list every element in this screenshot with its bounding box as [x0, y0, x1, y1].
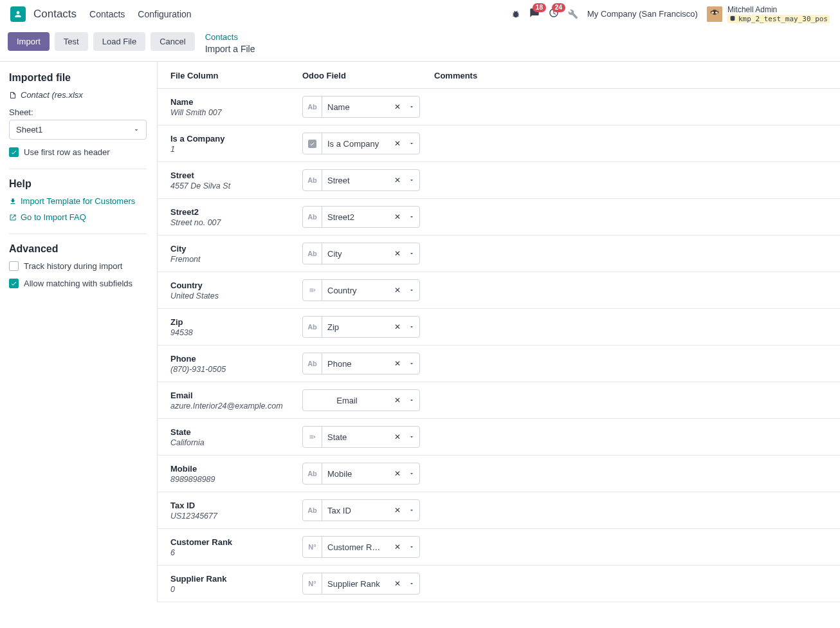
clear-field-icon[interactable]: ✕: [391, 579, 404, 588]
caret-down-icon[interactable]: [404, 397, 419, 403]
external-link-icon: [9, 214, 17, 221]
mapping-row: Tax ID US12345677 Ab Tax ID ✕: [158, 492, 840, 529]
odoo-field-label: Phone: [322, 359, 391, 369]
caret-down-icon[interactable]: [404, 470, 419, 477]
load-file-button[interactable]: Load File: [93, 32, 145, 51]
odoo-field-label: Email: [303, 396, 391, 405]
clear-field-icon[interactable]: ✕: [391, 139, 404, 148]
user-menu[interactable]: Mitchell Admin kmp_2_test_may_30_pos: [707, 5, 830, 23]
odoo-field-label: State: [322, 432, 391, 442]
odoo-field-label: Zip: [322, 322, 391, 332]
mapping-table-header: File Column Odoo Field Comments: [158, 62, 840, 89]
company-selector[interactable]: My Company (San Francisco): [587, 9, 698, 19]
file-column-sample: Fremont: [170, 255, 302, 264]
odoo-field-select[interactable]: N° Supplier Rank ✕: [302, 573, 420, 595]
odoo-field-select[interactable]: Ab Street2 ✕: [302, 206, 420, 228]
clear-field-icon[interactable]: ✕: [391, 432, 404, 441]
cancel-button[interactable]: Cancel: [151, 32, 194, 51]
breadcrumb-parent[interactable]: Contacts: [205, 32, 255, 43]
messages-icon[interactable]: 18: [529, 8, 540, 20]
breadcrumb-current: Import a File: [205, 43, 255, 55]
clear-field-icon[interactable]: ✕: [391, 469, 404, 478]
debug-icon[interactable]: [511, 10, 520, 19]
odoo-field-select[interactable]: Ab Phone ✕: [302, 353, 420, 374]
clear-field-icon[interactable]: ✕: [391, 322, 404, 331]
mapping-row: Is a Company 1 Is a Company ✕: [158, 125, 840, 162]
test-button[interactable]: Test: [55, 32, 88, 51]
import-button[interactable]: Import: [8, 32, 50, 51]
caret-down-icon[interactable]: [404, 544, 419, 550]
file-column-name: Phone: [170, 354, 302, 364]
file-column-sample: Street no. 007: [170, 218, 302, 227]
clear-field-icon[interactable]: ✕: [391, 212, 404, 221]
file-column-name: Supplier Rank: [170, 574, 302, 584]
clear-field-icon[interactable]: ✕: [391, 359, 404, 368]
file-column-name: Country: [170, 281, 302, 290]
odoo-field-label: Is a Company: [322, 139, 391, 149]
caret-down-icon[interactable]: [404, 360, 419, 367]
odoo-field-select[interactable]: Ab Name ✕: [302, 96, 420, 118]
odoo-field-select[interactable]: Email ✕: [302, 389, 420, 411]
app-icon[interactable]: [10, 6, 26, 22]
import-faq-link[interactable]: Go to Import FAQ: [9, 212, 147, 222]
odoo-field-select[interactable]: Is a Company ✕: [302, 133, 420, 154]
mapping-row: Street 4557 De Silva St Ab Street ✕: [158, 162, 840, 199]
caret-down-icon[interactable]: [404, 287, 419, 293]
file-column-sample: 0: [170, 585, 302, 594]
odoo-field-select[interactable]: State ✕: [302, 426, 420, 448]
allow-subfields-checkbox[interactable]: Allow matching with subfields: [9, 279, 147, 288]
file-column-name: Customer Rank: [170, 537, 302, 547]
odoo-field-select[interactable]: Ab Tax ID ✕: [302, 499, 420, 521]
svg-rect-3: [711, 12, 714, 14]
caret-down-icon[interactable]: [404, 104, 419, 110]
main-panel: File Column Odoo Field Comments Name Wil…: [158, 62, 840, 602]
odoo-field-label: Customer R…: [322, 542, 391, 552]
track-history-checkbox[interactable]: Track history during import: [9, 261, 147, 271]
clear-field-icon[interactable]: ✕: [391, 506, 404, 515]
clear-field-icon[interactable]: ✕: [391, 176, 404, 185]
odoo-field-label: Street: [322, 176, 391, 185]
clear-field-icon[interactable]: ✕: [391, 396, 404, 405]
odoo-field-select[interactable]: N° Customer R… ✕: [302, 536, 420, 558]
odoo-field-label: Tax ID: [322, 506, 391, 515]
imported-filename: Contact (res.xlsx: [21, 90, 83, 100]
nav-contacts[interactable]: Contacts: [89, 9, 125, 19]
clear-field-icon[interactable]: ✕: [391, 286, 404, 295]
odoo-field-select[interactable]: Country ✕: [302, 279, 420, 301]
app-title: Contacts: [33, 8, 77, 21]
caret-down-icon[interactable]: [404, 324, 419, 330]
activities-icon[interactable]: 24: [549, 8, 559, 20]
file-column-name: Email: [170, 391, 302, 400]
clear-field-icon[interactable]: ✕: [391, 542, 404, 551]
caret-down-icon[interactable]: [404, 214, 419, 220]
file-column-name: Mobile: [170, 464, 302, 474]
odoo-field-select[interactable]: Ab Mobile ✕: [302, 463, 420, 485]
sheet-select[interactable]: Sheet1: [9, 120, 147, 140]
advanced-heading: Advanced: [9, 243, 147, 255]
mapping-row: Customer Rank 6 N° Customer R… ✕: [158, 529, 840, 566]
clear-field-icon[interactable]: ✕: [391, 249, 404, 258]
caret-down-icon[interactable]: [404, 250, 419, 257]
file-column-name: Zip: [170, 317, 302, 327]
caret-down-icon[interactable]: [404, 177, 419, 183]
col-file-header: File Column: [170, 71, 302, 80]
messages-badge: 18: [533, 3, 546, 12]
odoo-field-select[interactable]: Ab Zip ✕: [302, 316, 420, 338]
help-heading: Help: [9, 178, 147, 190]
nav-configuration[interactable]: Configuration: [138, 9, 191, 19]
odoo-field-select[interactable]: Ab City ✕: [302, 243, 420, 264]
sheet-label: Sheet:: [9, 107, 147, 117]
file-column-sample: US12345677: [170, 512, 302, 521]
clear-field-icon[interactable]: ✕: [391, 102, 404, 111]
svg-rect-4: [715, 12, 718, 14]
import-template-link[interactable]: Import Template for Customers: [9, 196, 147, 206]
odoo-field-label: City: [322, 249, 391, 259]
caret-down-icon[interactable]: [404, 140, 419, 147]
odoo-field-select[interactable]: Ab Street ✕: [302, 169, 420, 191]
caret-down-icon[interactable]: [404, 580, 419, 587]
caret-down-icon[interactable]: [404, 434, 419, 440]
first-row-header-checkbox[interactable]: Use first row as header: [9, 147, 147, 157]
caret-down-icon[interactable]: [404, 507, 419, 513]
tools-icon[interactable]: [568, 9, 578, 19]
mapping-row: City Fremont Ab City ✕: [158, 236, 840, 272]
